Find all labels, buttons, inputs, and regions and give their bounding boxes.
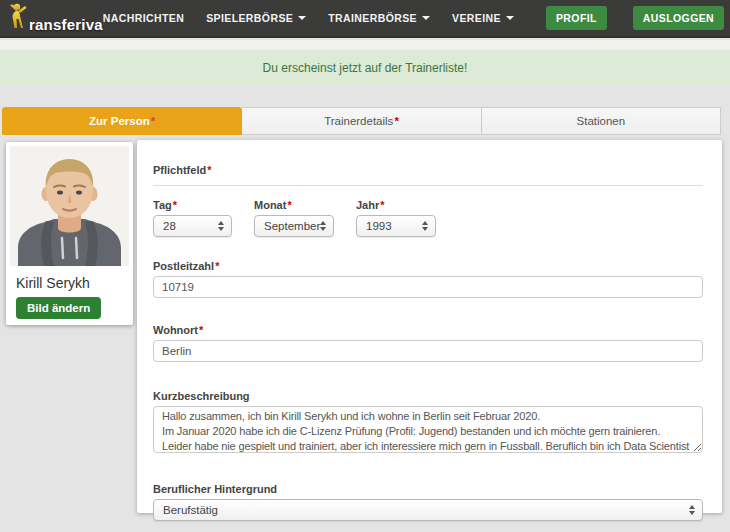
required-asterisk: * bbox=[199, 324, 203, 336]
tab-bar: Zur Person* Trainerdetails* Stationen bbox=[2, 107, 721, 135]
tab-trainerdetails[interactable]: Trainerdetails* bbox=[242, 107, 481, 135]
year-label: Jahr* bbox=[356, 199, 436, 211]
month-label: Monat* bbox=[254, 199, 334, 211]
postal-code-group: Postleitzahl* bbox=[153, 260, 703, 298]
professional-background-select[interactable]: Berufstätig bbox=[153, 499, 703, 521]
required-asterisk: * bbox=[287, 199, 291, 211]
professional-background-label: Beruflicher Hintergrund bbox=[153, 483, 703, 495]
alert-text: Du erscheinst jetzt auf der Trainerliste… bbox=[263, 61, 468, 75]
nav-item-nachrichten[interactable]: NACHRICHTEN bbox=[103, 12, 184, 24]
postal-code-label: Postleitzahl* bbox=[153, 260, 703, 272]
birthdate-row: Tag* 28 Monat* September Jahr* 1993 bbox=[153, 199, 703, 237]
chevron-down-icon bbox=[422, 16, 430, 20]
nav-item-trainerboerse[interactable]: TRAINERBÖRSE bbox=[328, 12, 430, 24]
ausloggen-button[interactable]: AUSLOGGEN bbox=[633, 6, 724, 30]
profil-button[interactable]: PROFIL bbox=[546, 6, 607, 30]
profile-card: Kirill Serykh Bild ändern bbox=[6, 142, 133, 325]
short-description-textarea[interactable]: Hallo zusammen, ich bin Kirill Serykh un… bbox=[153, 406, 703, 453]
person-form-panel: Pflichtfeld* Tag* 28 Monat* September Ja… bbox=[137, 140, 722, 513]
stepper-icon bbox=[422, 221, 428, 231]
divider bbox=[153, 185, 703, 186]
day-label: Tag* bbox=[153, 199, 232, 211]
tab-zur-person[interactable]: Zur Person* bbox=[2, 107, 242, 135]
alert-banner: Du erscheinst jetzt auf der Trainerliste… bbox=[0, 50, 730, 85]
required-note: Pflichtfeld* bbox=[153, 164, 703, 176]
year-select[interactable]: 1993 bbox=[356, 215, 436, 237]
stepper-icon bbox=[218, 221, 224, 231]
change-photo-button[interactable]: Bild ändern bbox=[16, 297, 101, 319]
brand-logo[interactable]: ransferiva bbox=[8, 3, 103, 33]
short-description-group: Kurzbeschreibung Hallo zusammen, ich bin… bbox=[153, 390, 703, 457]
navbar-links: NACHRICHTEN SPIELERBÖRSE TRAINERBÖRSE VE… bbox=[103, 6, 724, 30]
profile-name: Kirill Serykh bbox=[10, 266, 129, 297]
nav-item-vereine[interactable]: VEREINE bbox=[452, 12, 514, 24]
stepper-icon bbox=[689, 505, 695, 515]
chevron-down-icon bbox=[298, 16, 306, 20]
required-asterisk: * bbox=[394, 115, 398, 127]
month-select[interactable]: September bbox=[254, 215, 334, 237]
stepper-icon bbox=[320, 221, 326, 231]
required-asterisk: * bbox=[207, 164, 211, 176]
required-asterisk: * bbox=[215, 260, 219, 272]
postal-code-input[interactable] bbox=[153, 276, 703, 298]
chevron-down-icon bbox=[506, 16, 514, 20]
city-input[interactable] bbox=[153, 340, 703, 362]
top-navbar: ransferiva NACHRICHTEN SPIELERBÖRSE TRAI… bbox=[0, 0, 730, 38]
required-asterisk: * bbox=[380, 199, 384, 211]
city-label: Wohnort* bbox=[153, 324, 703, 336]
required-asterisk: * bbox=[151, 115, 155, 127]
required-asterisk: * bbox=[173, 199, 177, 211]
spacer-strip bbox=[0, 40, 730, 50]
day-select[interactable]: 28 bbox=[153, 215, 232, 237]
brand-name: ransferiva bbox=[29, 16, 103, 33]
professional-background-group: Beruflicher Hintergrund Berufstätig bbox=[153, 483, 703, 521]
person-figure-icon bbox=[8, 3, 28, 33]
day-group: Tag* 28 bbox=[153, 199, 232, 237]
year-group: Jahr* 1993 bbox=[356, 199, 436, 237]
short-description-label: Kurzbeschreibung bbox=[153, 390, 703, 402]
month-group: Monat* September bbox=[254, 199, 334, 237]
city-group: Wohnort* bbox=[153, 324, 703, 362]
nav-item-spielerboerse[interactable]: SPIELERBÖRSE bbox=[206, 12, 306, 24]
tab-stationen[interactable]: Stationen bbox=[482, 107, 721, 135]
profile-photo bbox=[10, 146, 129, 266]
